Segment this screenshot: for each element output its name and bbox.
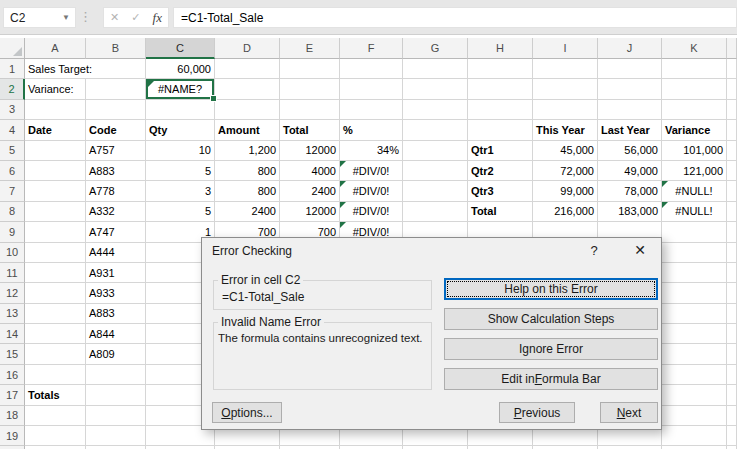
row-header-8[interactable]: 8 bbox=[0, 202, 25, 222]
cell-C4[interactable]: Qty bbox=[146, 120, 215, 140]
cell-D4[interactable]: Amount bbox=[215, 120, 280, 140]
cell-J5[interactable]: 56,000 bbox=[598, 141, 662, 161]
cell-F1[interactable] bbox=[340, 59, 403, 79]
cell-B15[interactable]: A809 bbox=[86, 344, 146, 364]
cell-A6[interactable] bbox=[25, 161, 86, 181]
row-header-13[interactable]: 13 bbox=[0, 304, 25, 324]
column-header-I[interactable]: I bbox=[533, 38, 598, 59]
cell-G5[interactable] bbox=[403, 141, 468, 161]
cell-C7[interactable]: 3 bbox=[146, 181, 215, 201]
cell-A7[interactable] bbox=[25, 181, 86, 201]
cell-D1[interactable] bbox=[215, 59, 280, 79]
cell-F7[interactable]: #DIV/0! bbox=[340, 181, 403, 201]
cell-I6[interactable]: 72,000 bbox=[533, 161, 598, 181]
next-button[interactable]: Next bbox=[600, 402, 658, 423]
cell-A17[interactable]: Totals bbox=[25, 385, 86, 405]
cell-K16[interactable] bbox=[662, 365, 727, 385]
cell-B8[interactable]: A332 bbox=[86, 202, 146, 222]
cell-E2[interactable] bbox=[280, 79, 340, 99]
cell-A11[interactable] bbox=[25, 263, 86, 283]
row-header-6[interactable]: 6 bbox=[0, 161, 25, 181]
select-all-corner[interactable] bbox=[0, 38, 25, 59]
cell-D3[interactable] bbox=[215, 100, 280, 120]
cell-G2[interactable] bbox=[403, 79, 468, 99]
cell-K10[interactable] bbox=[662, 243, 727, 263]
cell-A8[interactable] bbox=[25, 202, 86, 222]
previous-button[interactable]: Previous bbox=[499, 402, 575, 423]
cell-A18[interactable] bbox=[25, 406, 86, 426]
cell-E7[interactable]: 2400 bbox=[280, 181, 340, 201]
cell-C3[interactable] bbox=[146, 100, 215, 120]
column-header-D[interactable]: D bbox=[215, 38, 280, 59]
cell-B18[interactable] bbox=[86, 406, 146, 426]
row-header-10[interactable]: 10 bbox=[0, 243, 25, 263]
cell-A14[interactable] bbox=[25, 324, 86, 344]
cell-D8[interactable]: 2400 bbox=[215, 202, 280, 222]
cell-B11[interactable]: A931 bbox=[86, 263, 146, 283]
cell-I5[interactable]: 45,000 bbox=[533, 141, 598, 161]
cell-K7[interactable]: #NULL! bbox=[662, 181, 727, 201]
cell-B6[interactable]: A883 bbox=[86, 161, 146, 181]
cell-B7[interactable]: A778 bbox=[86, 181, 146, 201]
cell-I1[interactable] bbox=[533, 59, 598, 79]
column-header-E[interactable]: E bbox=[280, 38, 340, 59]
column-header-H[interactable]: H bbox=[468, 38, 533, 59]
cell-K2[interactable] bbox=[662, 79, 727, 99]
cell-F2[interactable] bbox=[340, 79, 403, 99]
cell-J6[interactable]: 49,000 bbox=[598, 161, 662, 181]
enter-icon[interactable]: ✓ bbox=[131, 11, 140, 24]
cell-A9[interactable] bbox=[25, 222, 86, 242]
options-button[interactable]: Options... bbox=[212, 402, 282, 423]
row-header-18[interactable]: 18 bbox=[0, 406, 25, 426]
cell-F4[interactable]: % bbox=[340, 120, 403, 140]
cell-H7[interactable]: Qtr3 bbox=[468, 181, 533, 201]
cell-A5[interactable] bbox=[25, 141, 86, 161]
cell-A2[interactable]: Variance: bbox=[25, 79, 86, 99]
ignore-error-button[interactable]: Ignore Error bbox=[444, 338, 658, 360]
cell-B14[interactable]: A844 bbox=[86, 324, 146, 344]
cell-B10[interactable]: A444 bbox=[86, 243, 146, 263]
row-header-9[interactable]: 9 bbox=[0, 222, 25, 242]
cell-B4[interactable]: Code bbox=[86, 120, 146, 140]
cell-J3[interactable] bbox=[598, 100, 662, 120]
row-header-19[interactable]: 19 bbox=[0, 426, 25, 446]
cell-A12[interactable] bbox=[25, 283, 86, 303]
cell-G3[interactable] bbox=[403, 100, 468, 120]
row-header-3[interactable]: 3 bbox=[0, 100, 25, 120]
cell-B2[interactable] bbox=[86, 79, 146, 99]
cell-D5[interactable]: 1,200 bbox=[215, 141, 280, 161]
row-header-5[interactable]: 5 bbox=[0, 141, 25, 161]
column-header-F[interactable]: F bbox=[340, 38, 403, 59]
cell-B13[interactable]: A883 bbox=[86, 304, 146, 324]
cell-K12[interactable] bbox=[662, 283, 727, 303]
close-icon[interactable]: ✕ bbox=[629, 241, 651, 259]
row-header-16[interactable]: 16 bbox=[0, 365, 25, 385]
cell-K5[interactable]: 101,000 bbox=[662, 141, 727, 161]
cell-I7[interactable]: 99,000 bbox=[533, 181, 598, 201]
cell-B12[interactable]: A933 bbox=[86, 283, 146, 303]
cell-J2[interactable] bbox=[598, 79, 662, 99]
cell-C2[interactable]: #NAME? bbox=[146, 79, 215, 99]
cell-A15[interactable] bbox=[25, 344, 86, 364]
cell-K13[interactable] bbox=[662, 304, 727, 324]
cell-A10[interactable] bbox=[25, 243, 86, 263]
cell-J1[interactable] bbox=[598, 59, 662, 79]
cell-C6[interactable]: 5 bbox=[146, 161, 215, 181]
row-header-4[interactable]: 4 bbox=[0, 120, 25, 140]
help-on-this-error-button[interactable]: Help on this Error bbox=[444, 278, 658, 300]
cell-B16[interactable] bbox=[86, 365, 146, 385]
row-header-12[interactable]: 12 bbox=[0, 283, 25, 303]
cell-I8[interactable]: 216,000 bbox=[533, 202, 598, 222]
cell-I3[interactable] bbox=[533, 100, 598, 120]
cell-J8[interactable]: 183,000 bbox=[598, 202, 662, 222]
cancel-icon[interactable]: ✕ bbox=[110, 11, 119, 24]
row-header-7[interactable]: 7 bbox=[0, 181, 25, 201]
cell-D2[interactable] bbox=[215, 79, 280, 99]
cell-E1[interactable] bbox=[280, 59, 340, 79]
insert-function-icon[interactable]: fx bbox=[153, 10, 162, 26]
cell-G7[interactable] bbox=[403, 181, 468, 201]
cell-B5[interactable]: A757 bbox=[86, 141, 146, 161]
cell-F3[interactable] bbox=[340, 100, 403, 120]
formula-input[interactable]: =C1-Total_Sale bbox=[173, 7, 737, 28]
column-header-J[interactable]: J bbox=[598, 38, 662, 59]
